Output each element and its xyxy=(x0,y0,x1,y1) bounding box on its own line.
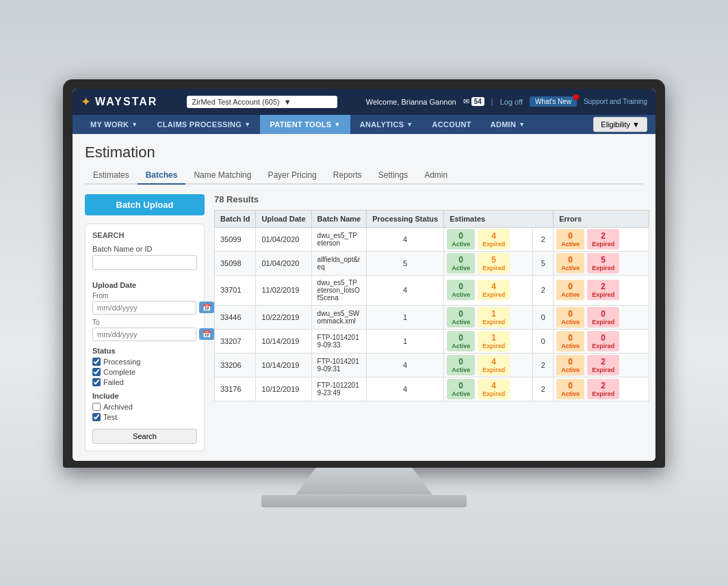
top-right: Welcome, Brianna Gannon ✉ 54 | Log off W… xyxy=(366,96,647,107)
eligibility-button[interactable]: Eligibility ▼ xyxy=(593,117,647,132)
account-chevron-icon: ▼ xyxy=(284,98,291,106)
tab-estimates[interactable]: Estimates xyxy=(85,167,138,185)
failed-checkbox[interactable] xyxy=(92,378,101,386)
batch-name-input[interactable] xyxy=(92,255,197,270)
table-row[interactable]: 33176 10/12/2019 FTP-10122019-23:49 4 0 … xyxy=(215,377,649,401)
mail-count: 54 xyxy=(471,97,484,106)
whats-new-button[interactable]: What's New xyxy=(530,96,577,107)
account-selector[interactable]: ZirMed Test Account (605) ▼ xyxy=(187,96,337,108)
status-failed[interactable]: Failed xyxy=(92,378,197,386)
tab-payer-pricing[interactable]: Payer Pricing xyxy=(259,167,324,185)
cell-errors-count: 2 xyxy=(533,353,554,377)
chevron-down-icon: ▼ xyxy=(334,121,340,128)
tab-name-matching[interactable]: Name Matching xyxy=(185,167,259,185)
notification-dot xyxy=(573,94,579,100)
status-processing[interactable]: Processing xyxy=(92,358,197,366)
nav-item-analytics[interactable]: ANALYTICS ▼ xyxy=(350,115,423,134)
complete-checkbox[interactable] xyxy=(92,368,101,376)
cell-proc-status: 4 xyxy=(367,275,444,305)
support-link[interactable]: Support and Training xyxy=(584,98,647,105)
search-title: SEARCH xyxy=(92,231,197,239)
from-date-wrap: 📅 xyxy=(92,301,197,315)
cell-batch-id: 33701 xyxy=(215,275,256,305)
cell-errors-detail: 0 Active 2 Expired xyxy=(554,353,649,377)
col-errors: Errors xyxy=(554,210,649,227)
search-panel: SEARCH Batch Name or ID Upload Date From… xyxy=(85,224,205,451)
nav-item-claims-processing[interactable]: CLAIMS PROCESSING ▼ xyxy=(148,115,261,134)
from-label: From xyxy=(92,292,197,299)
batches-table: Batch Id Upload Date Batch Name Processi… xyxy=(214,210,649,401)
to-date-wrap: 📅 xyxy=(92,328,197,341)
cell-batch-name: FTP-10142019-09:33 xyxy=(311,329,367,353)
cell-upload-date: 10/22/2019 xyxy=(256,305,311,329)
chevron-down-icon: ▼ xyxy=(406,121,413,128)
cell-errors-detail: 0 Active 0 Expired xyxy=(554,329,649,353)
cell-upload-date: 10/12/2019 xyxy=(256,377,311,401)
cell-proc-status: 1 xyxy=(367,329,444,353)
tab-batches[interactable]: Batches xyxy=(138,167,186,185)
include-title: Include xyxy=(92,392,197,400)
tab-admin[interactable]: Admin xyxy=(416,167,456,185)
tab-settings[interactable]: Settings xyxy=(370,167,416,185)
nav-item-account[interactable]: ACCOUNT xyxy=(423,115,481,134)
cell-errors-detail: 0 Active 0 Expired xyxy=(554,305,649,329)
search-button[interactable]: Search xyxy=(92,429,197,444)
col-batch-id: Batch Id xyxy=(215,210,256,227)
nav-item-my-work[interactable]: MY WORK ▼ xyxy=(81,115,148,134)
include-test[interactable]: Test xyxy=(92,413,197,421)
processing-checkbox[interactable] xyxy=(92,358,101,366)
batch-upload-button[interactable]: Batch Upload xyxy=(85,194,205,215)
from-calendar-button[interactable]: 📅 xyxy=(199,302,214,313)
tab-reports[interactable]: Reports xyxy=(325,167,370,185)
table-row[interactable]: 33446 10/22/2019 dwu_es5_SWommack.xml 1 … xyxy=(215,305,649,329)
separator: | xyxy=(491,98,493,106)
mail-badge[interactable]: ✉ 54 xyxy=(463,97,484,106)
to-calendar-button[interactable]: 📅 xyxy=(199,328,214,340)
chevron-down-icon: ▼ xyxy=(519,121,525,128)
cell-errors-count: 0 xyxy=(533,329,554,353)
table-row[interactable]: 33701 11/02/2019 dwu_es5_TPeterson_lotsO… xyxy=(215,275,649,305)
cell-proc-status: 4 xyxy=(367,227,444,251)
table-row[interactable]: 35098 01/04/2020 allfields_opt&req 5 0 A… xyxy=(215,251,649,275)
page-content: Estimation Estimates Batches Name Matchi… xyxy=(73,134,655,461)
cell-batch-name: dwu_es5_TPeterson_lotsOfScena xyxy=(311,275,367,305)
cell-errors-count: 2 xyxy=(533,227,554,251)
table-row[interactable]: 33206 10/14/2019 FTP-10142019-09:31 4 0 … xyxy=(215,353,649,377)
cell-proc-status: 1 xyxy=(367,305,444,329)
cell-batch-id: 33446 xyxy=(215,305,256,329)
cell-proc-status: 5 xyxy=(367,251,444,275)
cell-upload-date: 10/14/2019 xyxy=(256,353,311,377)
cell-batch-name: dwu_es5_SWommack.xml xyxy=(311,305,367,329)
chevron-down-icon: ▼ xyxy=(244,121,250,128)
cell-batch-name: FTP-10122019-23:49 xyxy=(311,377,367,401)
page-title: Estimation xyxy=(85,144,643,161)
sidebar: Batch Upload SEARCH Batch Name or ID Upl… xyxy=(85,194,205,451)
nav-item-admin[interactable]: ADMIN ▼ xyxy=(481,115,535,134)
upload-date-label: Upload Date xyxy=(92,281,197,289)
test-checkbox[interactable] xyxy=(92,413,101,421)
from-date-input[interactable] xyxy=(92,301,196,315)
include-archived[interactable]: Archived xyxy=(92,403,197,411)
eligibility-area: Eligibility ▼ xyxy=(593,115,647,134)
chevron-down-icon: ▼ xyxy=(131,121,138,128)
cell-est-active: 0 Active 4 Expired xyxy=(444,353,533,377)
status-title: Status xyxy=(92,347,197,355)
cell-est-active: 0 Active 4 Expired xyxy=(444,275,533,305)
logo-text: WAYSTAR xyxy=(95,96,157,108)
status-complete[interactable]: Complete xyxy=(92,368,197,376)
cell-batch-id: 33206 xyxy=(215,353,256,377)
to-label: To xyxy=(92,319,197,326)
main-layout: Batch Upload SEARCH Batch Name or ID Upl… xyxy=(85,194,643,451)
table-row[interactable]: 33207 10/14/2019 FTP-10142019-09:33 1 0 … xyxy=(215,329,649,353)
to-date-input[interactable] xyxy=(92,328,196,341)
archived-checkbox[interactable] xyxy=(92,403,101,411)
chevron-down-icon: ▼ xyxy=(632,120,640,129)
table-row[interactable]: 35099 01/04/2020 dwu_es5_TPeterson 4 0 A… xyxy=(215,227,649,251)
sub-tabs: Estimates Batches Name Matching Payer Pr… xyxy=(85,167,643,185)
logoff-link[interactable]: Log off xyxy=(500,98,523,106)
cell-batch-id: 35098 xyxy=(215,251,256,275)
cell-proc-status: 4 xyxy=(367,377,444,401)
mail-icon: ✉ xyxy=(463,97,469,106)
nav-item-patient-tools[interactable]: PATIENT TOOLS ▼ xyxy=(260,115,350,134)
cell-errors-count: 2 xyxy=(533,275,554,305)
